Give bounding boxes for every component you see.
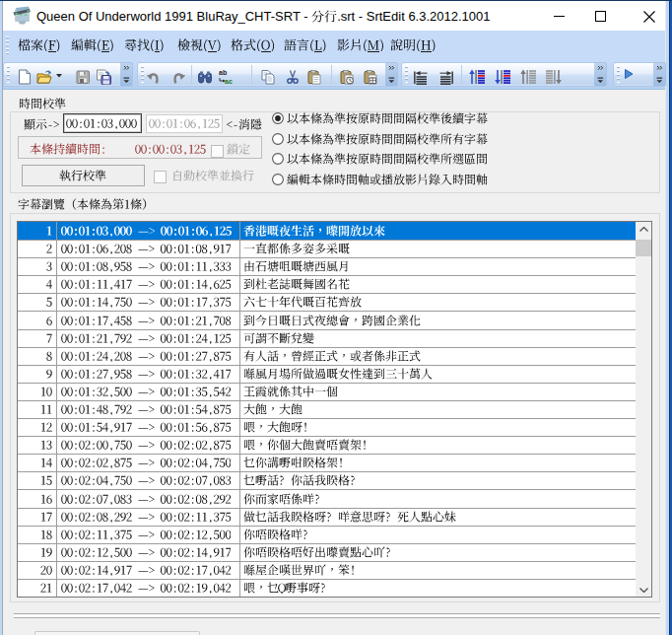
svg-text:ac: ac [225, 78, 233, 85]
svg-text:ab: ab [219, 69, 227, 76]
